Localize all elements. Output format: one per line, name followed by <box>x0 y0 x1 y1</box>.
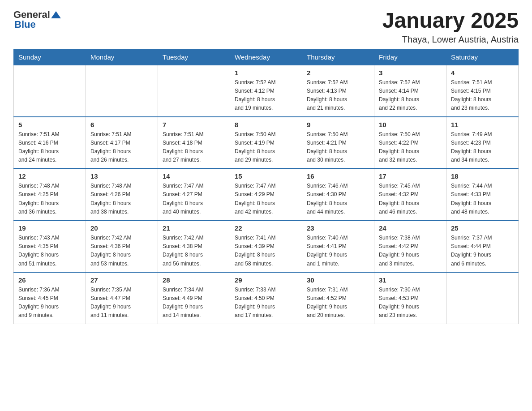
table-row: 16Sunrise: 7:46 AM Sunset: 4:30 PM Dayli… <box>302 168 374 220</box>
table-row: 28Sunrise: 7:34 AM Sunset: 4:49 PM Dayli… <box>158 272 230 324</box>
day-number: 28 <box>163 276 225 284</box>
day-info: Sunrise: 7:42 AM Sunset: 4:36 PM Dayligh… <box>90 234 153 268</box>
day-info: Sunrise: 7:38 AM Sunset: 4:42 PM Dayligh… <box>379 234 442 268</box>
day-info: Sunrise: 7:36 AM Sunset: 4:45 PM Dayligh… <box>18 286 81 320</box>
day-info: Sunrise: 7:33 AM Sunset: 4:50 PM Dayligh… <box>235 286 297 320</box>
calendar-week-row: 26Sunrise: 7:36 AM Sunset: 4:45 PM Dayli… <box>14 272 519 324</box>
day-info: Sunrise: 7:43 AM Sunset: 4:35 PM Dayligh… <box>18 234 81 268</box>
table-row: 13Sunrise: 7:48 AM Sunset: 4:26 PM Dayli… <box>86 168 158 220</box>
day-number: 8 <box>235 121 297 128</box>
table-row: 20Sunrise: 7:42 AM Sunset: 4:36 PM Dayli… <box>86 220 158 272</box>
day-info: Sunrise: 7:51 AM Sunset: 4:16 PM Dayligh… <box>18 130 81 165</box>
day-info: Sunrise: 7:49 AM Sunset: 4:23 PM Dayligh… <box>451 130 514 165</box>
day-number: 24 <box>379 224 442 232</box>
table-row: 19Sunrise: 7:43 AM Sunset: 4:35 PM Dayli… <box>14 220 86 272</box>
day-info: Sunrise: 7:42 AM Sunset: 4:38 PM Dayligh… <box>163 234 225 268</box>
table-row: 14Sunrise: 7:47 AM Sunset: 4:27 PM Dayli… <box>158 168 230 220</box>
day-info: Sunrise: 7:35 AM Sunset: 4:47 PM Dayligh… <box>90 286 153 320</box>
day-info: Sunrise: 7:48 AM Sunset: 4:26 PM Dayligh… <box>90 182 153 216</box>
day-info: Sunrise: 7:50 AM Sunset: 4:21 PM Dayligh… <box>307 130 369 165</box>
day-number: 18 <box>451 172 514 180</box>
logo-triangle-icon <box>51 10 61 20</box>
day-number: 27 <box>90 276 153 284</box>
svg-marker-0 <box>51 11 61 18</box>
day-info: Sunrise: 7:52 AM Sunset: 4:12 PM Dayligh… <box>235 78 297 113</box>
calendar-header-row: Sunday Monday Tuesday Wednesday Thursday… <box>14 49 519 65</box>
table-row: 10Sunrise: 7:50 AM Sunset: 4:22 PM Dayli… <box>374 117 446 169</box>
day-info: Sunrise: 7:45 AM Sunset: 4:32 PM Dayligh… <box>379 182 442 216</box>
table-row: 31Sunrise: 7:30 AM Sunset: 4:53 PM Dayli… <box>374 272 446 324</box>
table-row: 4Sunrise: 7:51 AM Sunset: 4:15 PM Daylig… <box>446 65 519 117</box>
day-number: 14 <box>163 172 225 180</box>
col-wednesday: Wednesday <box>230 49 302 65</box>
table-row: 26Sunrise: 7:36 AM Sunset: 4:45 PM Dayli… <box>14 272 86 324</box>
day-info: Sunrise: 7:34 AM Sunset: 4:49 PM Dayligh… <box>163 286 225 320</box>
day-number: 10 <box>379 121 442 128</box>
logo: General Blue <box>13 9 61 30</box>
table-row: 11Sunrise: 7:49 AM Sunset: 4:23 PM Dayli… <box>446 117 519 169</box>
day-info: Sunrise: 7:47 AM Sunset: 4:29 PM Dayligh… <box>235 182 297 216</box>
day-number: 21 <box>163 224 225 232</box>
table-row: 29Sunrise: 7:33 AM Sunset: 4:50 PM Dayli… <box>230 272 302 324</box>
day-number: 22 <box>235 224 297 232</box>
day-info: Sunrise: 7:30 AM Sunset: 4:53 PM Dayligh… <box>379 286 442 320</box>
col-saturday: Saturday <box>446 49 519 65</box>
col-tuesday: Tuesday <box>158 49 230 65</box>
calendar-title: January 2025 <box>382 9 519 33</box>
day-number: 17 <box>379 172 442 180</box>
day-info: Sunrise: 7:47 AM Sunset: 4:27 PM Dayligh… <box>163 182 225 216</box>
day-info: Sunrise: 7:51 AM Sunset: 4:15 PM Dayligh… <box>451 78 514 113</box>
day-number: 13 <box>90 172 153 180</box>
calendar-week-row: 12Sunrise: 7:48 AM Sunset: 4:25 PM Dayli… <box>14 168 519 220</box>
calendar-week-row: 19Sunrise: 7:43 AM Sunset: 4:35 PM Dayli… <box>14 220 519 272</box>
col-sunday: Sunday <box>14 49 86 65</box>
calendar-table: Sunday Monday Tuesday Wednesday Thursday… <box>13 49 519 324</box>
day-info: Sunrise: 7:52 AM Sunset: 4:13 PM Dayligh… <box>307 78 369 113</box>
day-info: Sunrise: 7:50 AM Sunset: 4:19 PM Dayligh… <box>235 130 297 165</box>
day-number: 26 <box>18 276 81 284</box>
day-info: Sunrise: 7:41 AM Sunset: 4:39 PM Dayligh… <box>235 234 297 268</box>
day-number: 7 <box>163 121 225 128</box>
page-header: General Blue January 2025 Thaya, Lower A… <box>13 9 519 45</box>
calendar-week-row: 5Sunrise: 7:51 AM Sunset: 4:16 PM Daylig… <box>14 117 519 169</box>
col-thursday: Thursday <box>302 49 374 65</box>
table-row: 1Sunrise: 7:52 AM Sunset: 4:12 PM Daylig… <box>230 65 302 117</box>
title-block: January 2025 Thaya, Lower Austria, Austr… <box>382 9 519 45</box>
logo-blue-text: Blue <box>14 19 36 30</box>
table-row <box>158 65 230 117</box>
day-number: 29 <box>235 276 297 284</box>
day-number: 31 <box>379 276 442 284</box>
table-row: 12Sunrise: 7:48 AM Sunset: 4:25 PM Dayli… <box>14 168 86 220</box>
day-info: Sunrise: 7:48 AM Sunset: 4:25 PM Dayligh… <box>18 182 81 216</box>
table-row: 17Sunrise: 7:45 AM Sunset: 4:32 PM Dayli… <box>374 168 446 220</box>
table-row <box>446 272 519 324</box>
table-row: 8Sunrise: 7:50 AM Sunset: 4:19 PM Daylig… <box>230 117 302 169</box>
day-number: 4 <box>451 69 514 77</box>
table-row: 9Sunrise: 7:50 AM Sunset: 4:21 PM Daylig… <box>302 117 374 169</box>
day-number: 9 <box>307 121 369 128</box>
day-number: 20 <box>90 224 153 232</box>
day-info: Sunrise: 7:40 AM Sunset: 4:41 PM Dayligh… <box>307 234 369 268</box>
day-info: Sunrise: 7:46 AM Sunset: 4:30 PM Dayligh… <box>307 182 369 216</box>
day-number: 3 <box>379 69 442 77</box>
day-number: 12 <box>18 172 81 180</box>
day-number: 25 <box>451 224 514 232</box>
day-number: 2 <box>307 69 369 77</box>
table-row: 23Sunrise: 7:40 AM Sunset: 4:41 PM Dayli… <box>302 220 374 272</box>
table-row: 15Sunrise: 7:47 AM Sunset: 4:29 PM Dayli… <box>230 168 302 220</box>
day-info: Sunrise: 7:52 AM Sunset: 4:14 PM Dayligh… <box>379 78 442 113</box>
table-row: 27Sunrise: 7:35 AM Sunset: 4:47 PM Dayli… <box>86 272 158 324</box>
day-number: 1 <box>235 69 297 77</box>
table-row: 3Sunrise: 7:52 AM Sunset: 4:14 PM Daylig… <box>374 65 446 117</box>
table-row <box>86 65 158 117</box>
calendar-subtitle: Thaya, Lower Austria, Austria <box>382 34 519 45</box>
col-monday: Monday <box>86 49 158 65</box>
day-number: 23 <box>307 224 369 232</box>
table-row: 22Sunrise: 7:41 AM Sunset: 4:39 PM Dayli… <box>230 220 302 272</box>
calendar-week-row: 1Sunrise: 7:52 AM Sunset: 4:12 PM Daylig… <box>14 65 519 117</box>
day-info: Sunrise: 7:44 AM Sunset: 4:33 PM Dayligh… <box>451 182 514 216</box>
day-number: 15 <box>235 172 297 180</box>
day-number: 30 <box>307 276 369 284</box>
calendar-body: 1Sunrise: 7:52 AM Sunset: 4:12 PM Daylig… <box>14 65 519 324</box>
day-info: Sunrise: 7:51 AM Sunset: 4:17 PM Dayligh… <box>90 130 153 165</box>
